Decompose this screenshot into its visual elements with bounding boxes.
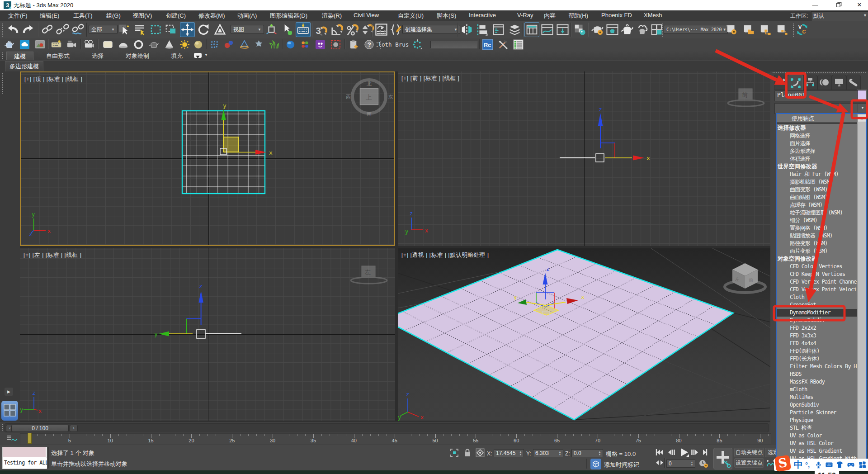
modifier-list-combo[interactable]: ▼ bbox=[774, 103, 868, 114]
dropdown-item[interactable]: FFD 3x3x3 bbox=[777, 332, 866, 340]
cloud-render-icon[interactable] bbox=[19, 39, 30, 50]
dropdown-item[interactable]: Particle Skinner bbox=[777, 409, 866, 417]
sidebar-expand-button[interactable]: ▶ bbox=[5, 388, 13, 396]
dropdown-item[interactable]: 曲面贴图 (WSM) bbox=[777, 194, 866, 201]
dropdown-item[interactable]: 贴图缩放器 (WSM) bbox=[777, 232, 866, 240]
menu-modifiers[interactable]: 修改器(M) bbox=[198, 12, 225, 20]
menu-civil-view[interactable]: Civil View bbox=[354, 12, 379, 19]
sidebar-drag-handle[interactable] bbox=[1, 72, 3, 95]
menu-vray[interactable]: V-Ray bbox=[517, 12, 533, 19]
maximize-button[interactable] bbox=[831, 0, 846, 10]
vp-menu-shading[interactable]: [默认明暗处理 ] bbox=[448, 252, 489, 258]
time-configuration-icon[interactable] bbox=[698, 459, 708, 468]
menu-file[interactable]: 文件(F) bbox=[8, 12, 28, 20]
plane-primitive-icon[interactable] bbox=[102, 39, 113, 50]
menu-content[interactable]: 内容 bbox=[544, 12, 556, 20]
menu-group[interactable]: 组(G) bbox=[106, 12, 121, 20]
mini-curve-editor-icon[interactable] bbox=[6, 434, 18, 443]
vp-menu-standard[interactable]: [标准 ] bbox=[429, 252, 447, 258]
menu-animation[interactable]: 动画(A) bbox=[237, 12, 257, 20]
toolbar-drag-handle[interactable] bbox=[661, 23, 663, 37]
dropdown-item[interactable]: FFD(长方体) bbox=[777, 355, 866, 363]
dropdown-item[interactable]: CreaseSet bbox=[777, 301, 866, 309]
dropdown-scrollbar[interactable]: ▲ bbox=[857, 114, 866, 466]
workspace-combo[interactable]: 默认▼ bbox=[811, 11, 868, 21]
ribbon-tab-populate[interactable]: 填充 bbox=[166, 52, 187, 61]
space-warp-icon[interactable] bbox=[239, 39, 250, 50]
metaballs-icon[interactable] bbox=[223, 39, 235, 50]
track-bar-ruler[interactable]: 051015202530354045505560657075808590 bbox=[20, 433, 771, 445]
auto-key-button[interactable]: 自动关键点 bbox=[734, 448, 764, 457]
vp-menu-pov[interactable]: [透视 ] bbox=[410, 252, 428, 258]
dropdown-item[interactable]: CFD Vertex Paint Channel bbox=[777, 278, 866, 286]
dropdown-item[interactable]: 点缓存 (WSM) bbox=[777, 201, 866, 209]
viewport-layout-tab-icon[interactable] bbox=[1, 401, 18, 421]
minimize-button[interactable]: — bbox=[807, 0, 823, 10]
dropdown-item[interactable]: OpenSubdiv bbox=[777, 401, 866, 409]
viewport-top[interactable]: y x 上 北 西 东 南 yxz [+][顶 ][标准 ][线框 ] bbox=[20, 71, 395, 246]
dropdown-item[interactable]: 使用轴点 bbox=[777, 114, 866, 123]
dropdown-item[interactable]: DynamoModifier bbox=[777, 309, 866, 317]
keyboard-panel-icon[interactable] bbox=[51, 39, 62, 50]
close-button[interactable]: ✕ bbox=[852, 0, 867, 10]
render-production-icon[interactable] bbox=[620, 22, 635, 37]
tools-icon[interactable] bbox=[497, 39, 509, 50]
go-to-start-icon[interactable] bbox=[655, 448, 663, 456]
ribbon-minimize-icon[interactable] bbox=[194, 53, 202, 58]
dropdown-item[interactable]: Cloth bbox=[777, 294, 866, 301]
dropdown-item[interactable]: UV as HSL Color bbox=[777, 440, 866, 447]
object-color-swatch[interactable] bbox=[857, 90, 866, 101]
menu-scripting[interactable]: 脚本(S) bbox=[437, 12, 456, 20]
add-time-tag-label[interactable]: 添加时间标记 bbox=[604, 461, 639, 469]
selection-lock-icon[interactable] bbox=[463, 448, 472, 457]
previous-frame-icon[interactable] bbox=[667, 448, 675, 456]
vp-menu-general[interactable]: [+] bbox=[401, 252, 409, 258]
teapot-glass-icon[interactable] bbox=[4, 39, 15, 50]
modifier-list-dropdown-arrow[interactable]: ▼ bbox=[858, 104, 867, 112]
help-icon[interactable]: ? bbox=[363, 39, 375, 50]
toolbar-drag-handle[interactable] bbox=[792, 23, 794, 37]
dropdown-item[interactable]: FFD 4x4x4 bbox=[777, 340, 866, 347]
ribbon-drag-handle[interactable] bbox=[1, 52, 4, 59]
dropdown-item[interactable]: 面片变形 (WSM) bbox=[777, 247, 866, 255]
dropdown-item[interactable]: Hair 和 Fur (WSM) bbox=[777, 171, 866, 178]
dropdown-item[interactable]: DynamoSubdiv bbox=[777, 317, 866, 324]
sun-light-icon[interactable] bbox=[179, 39, 190, 50]
dropdown-item[interactable]: 面片选择 bbox=[777, 140, 866, 147]
listener-script-line[interactable]: Testing for ALL bbox=[3, 458, 47, 468]
menu-views[interactable]: 视图(V) bbox=[132, 12, 152, 20]
dropdown-item[interactable]: UV as Color bbox=[777, 432, 866, 440]
vp-menu-standard[interactable]: [标准 ] bbox=[46, 252, 63, 258]
render-setup-icon[interactable] bbox=[590, 22, 605, 37]
timeline-drag-handle[interactable] bbox=[1, 423, 3, 431]
dropdown-item[interactable]: 摄影机贴图 (WSM) bbox=[777, 178, 866, 186]
dropdown-item[interactable]: mCloth bbox=[777, 386, 866, 393]
clipboard-add-icon[interactable] bbox=[348, 39, 359, 50]
teapot-primitive-icon[interactable] bbox=[148, 39, 160, 50]
dropdown-item[interactable]: UV as HSL Gradient bbox=[777, 447, 866, 455]
menu-tools[interactable]: 工具(T) bbox=[73, 12, 93, 20]
dropdown-item[interactable]: FFD 2x2x2 bbox=[777, 324, 866, 332]
dropdown-item[interactable]: CFD Vertex Paint Velocity bbox=[777, 286, 866, 294]
menu-edit[interactable]: 编辑(E) bbox=[40, 12, 59, 20]
current-frame-field[interactable]: 0▲▼ bbox=[666, 460, 695, 468]
vp-menu-general[interactable]: [+] bbox=[24, 76, 32, 82]
listener-macro-recorder[interactable] bbox=[3, 447, 46, 458]
dropdown-item[interactable]: HSDS bbox=[777, 370, 866, 378]
sogou-keyboard-icon[interactable] bbox=[825, 459, 833, 470]
cloth-brushes-combo[interactable]: Cloth Brushes bbox=[377, 41, 409, 48]
sogou-logo-icon[interactable]: S bbox=[774, 455, 791, 472]
tab-display[interactable] bbox=[832, 75, 846, 90]
workspace-hierarchy-icon[interactable] bbox=[758, 22, 773, 37]
ribbon-tab-object-paint[interactable]: 对象绘制 bbox=[121, 52, 154, 61]
x-coord-field[interactable]: 17.4545▲▼ bbox=[494, 449, 524, 457]
workspace-settings-icon[interactable] bbox=[724, 22, 739, 37]
vray-vfb-icon[interactable]: VC bbox=[795, 22, 810, 37]
dropdown-item[interactable]: 路径变形 (WSM) bbox=[777, 240, 866, 247]
vp-menu-shading[interactable]: [线框 ] bbox=[65, 252, 82, 258]
menu-rendering[interactable]: 渲染(R) bbox=[322, 12, 342, 20]
ribbon-tab-selection[interactable]: 选择 bbox=[87, 52, 108, 61]
render-preview-icon[interactable] bbox=[34, 39, 46, 50]
dropdown-item[interactable]: STL 检查 bbox=[777, 424, 866, 432]
dropdown-item[interactable]: MultiRes bbox=[777, 393, 866, 401]
